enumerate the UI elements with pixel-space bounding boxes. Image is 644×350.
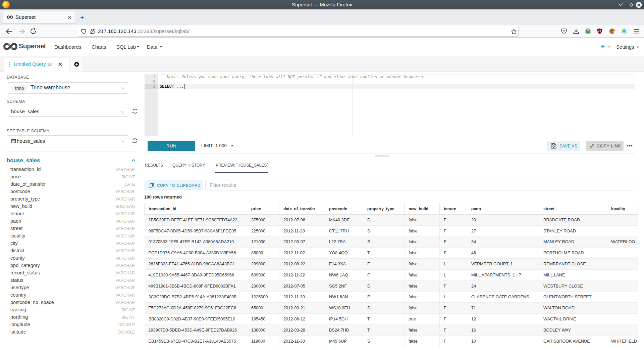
svg-text:uO: uO [598,30,601,32]
